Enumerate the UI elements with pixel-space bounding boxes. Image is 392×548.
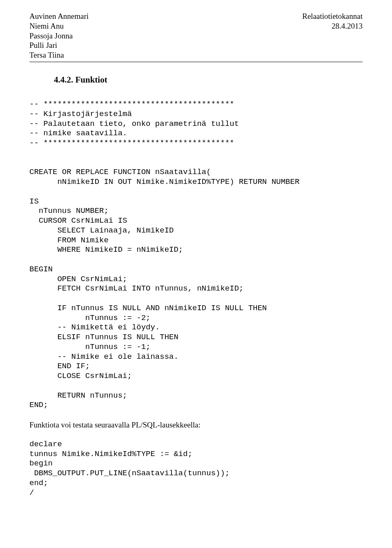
author-list: Auvinen Annemari Niemi Anu Passoja Jonna… (29, 11, 89, 60)
header-meta: Relaatiotietokannat 28.4.2013 (302, 11, 363, 31)
section-heading-text: Funktiot (76, 75, 107, 85)
author-name: Passoja Jonna (29, 31, 89, 41)
author-name: Pulli Jari (29, 40, 89, 50)
document-date: 28.4.2013 (302, 21, 363, 31)
plsql-test-code: declare tunnus Nimike.NimikeId%TYPE := &… (29, 440, 363, 498)
section-number: 4.4.2. (54, 75, 73, 85)
page-header: Auvinen Annemari Niemi Anu Passoja Jonna… (29, 11, 363, 62)
code-caption: Funktiota voi testata seuraavalla PL/SQL… (29, 420, 363, 430)
plsql-function-code: -- *************************************… (29, 100, 363, 410)
course-name: Relaatiotietokannat (302, 11, 363, 21)
section-title: 4.4.2. Funktiot (54, 74, 363, 85)
author-name: Auvinen Annemari (29, 11, 89, 21)
author-name: Tersa Tiina (29, 50, 89, 60)
author-name: Niemi Anu (29, 21, 89, 31)
